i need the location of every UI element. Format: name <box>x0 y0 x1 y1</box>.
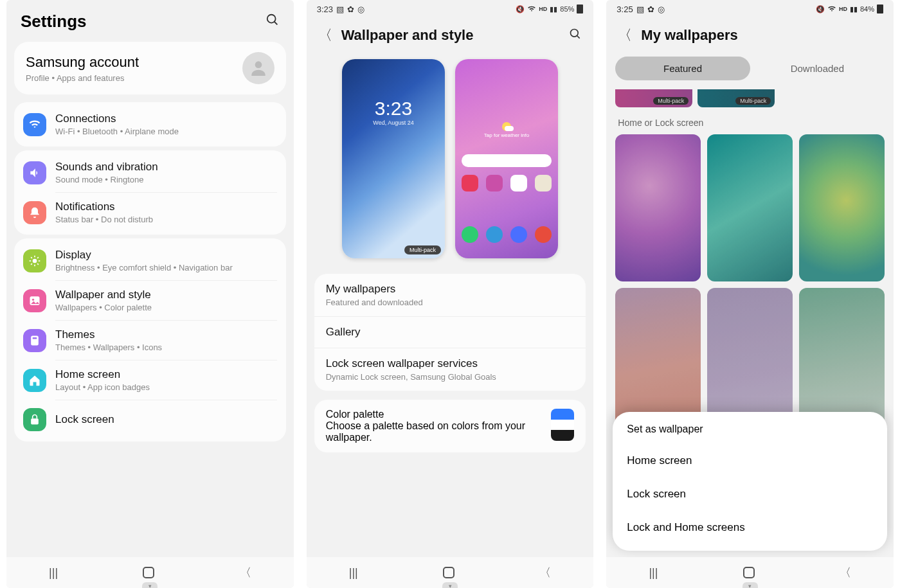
sun-icon <box>23 249 46 272</box>
expand-handle[interactable]: ▾ <box>742 582 758 588</box>
sound-icon <box>23 161 46 184</box>
list-item-my-wallpapers[interactable]: My wallpapersFeatured and downloaded <box>314 274 586 316</box>
wifi-icon <box>527 4 536 13</box>
wallpaper-thumb[interactable] <box>615 134 701 281</box>
app-icon <box>462 175 478 192</box>
back-icon[interactable]: 〈 <box>318 26 332 45</box>
wallpaper-thumb[interactable] <box>799 134 885 281</box>
home-button[interactable] <box>143 567 154 578</box>
svg-point-0 <box>267 15 275 23</box>
signal-icon: ▮▮ <box>550 5 557 13</box>
status-bar: 3:23 ▧ ✿ ◎ 🔇 HD ▮▮ 85% <box>307 0 594 18</box>
expand-handle[interactable]: ▾ <box>142 582 158 588</box>
mute-icon: 🔇 <box>516 5 525 13</box>
svg-line-8 <box>31 257 32 258</box>
my-wallpapers-screen: 3:25 ▧ ✿ ◎ 🔇 HD ▮▮ 84% 〈 My wallpapers F… <box>606 0 894 588</box>
list-item-lock-screen-wallpaper-services[interactable]: Lock screen wallpaper servicesDynamic Lo… <box>314 348 586 391</box>
settings-item-themes[interactable]: ThemesThemes • Wallpapers • Icons <box>14 321 286 360</box>
palette-chip <box>551 409 574 441</box>
home-icon <box>23 369 46 392</box>
option-lock-screen[interactable]: Lock screen <box>627 477 873 511</box>
page-title: My wallpapers <box>641 27 882 44</box>
option-lock-and-home[interactable]: Lock and Home screens <box>627 511 873 544</box>
home-button[interactable] <box>443 567 455 578</box>
svg-line-9 <box>37 263 39 265</box>
location-icon: ◎ <box>658 4 665 14</box>
weather-text: Tap for weather info <box>484 132 529 138</box>
svg-rect-15 <box>33 337 37 339</box>
sheet-title: Set as wallpaper <box>627 423 873 435</box>
signal-icon: ▮▮ <box>850 5 858 13</box>
settings-item-wallpaper-and-style[interactable]: Wallpaper and styleWallpapers • Color pa… <box>14 281 286 320</box>
status-time: 3:25 <box>616 4 633 14</box>
battery-icon <box>577 4 583 13</box>
wallpaper-thumb[interactable] <box>707 134 793 281</box>
svg-rect-16 <box>31 418 39 424</box>
svg-point-13 <box>32 298 34 300</box>
multipack-badge: Multi-pack <box>735 97 771 105</box>
account-subtitle: Profile • Apps and features <box>26 73 139 83</box>
settings-item-connections[interactable]: ConnectionsWi-Fi • Bluetooth • Airplane … <box>14 105 286 144</box>
avatar-icon <box>242 52 274 84</box>
app-icon <box>462 226 478 243</box>
multipack-badge: Multi-pack <box>404 245 441 254</box>
back-icon[interactable]: 〈 <box>618 26 632 45</box>
app-icon <box>486 175 503 192</box>
mute-icon: 🔇 <box>816 5 825 13</box>
multipack-badge: Multi-pack <box>653 97 688 105</box>
tabs: Featured Downloaded <box>615 57 885 80</box>
app-icon <box>510 226 527 243</box>
svg-rect-14 <box>31 335 39 345</box>
wallpaper-pack-thumb[interactable]: Multi-pack <box>698 89 775 107</box>
gear-icon: ✿ <box>347 4 354 14</box>
settings-item-notifications[interactable]: NotificationsStatus bar • Do not disturb <box>14 193 286 232</box>
lockscreen-preview[interactable]: 3:23 Wed, August 24 Multi-pack <box>342 59 445 258</box>
option-home-screen[interactable]: Home screen <box>627 444 873 477</box>
hd-badge: HD <box>839 6 847 12</box>
homescreen-preview[interactable]: Tap for weather info <box>455 59 558 258</box>
recents-button[interactable]: ||| <box>649 566 658 580</box>
app-icon <box>535 226 552 243</box>
hd-badge: HD <box>539 6 547 12</box>
expand-handle[interactable]: ▾ <box>442 582 458 588</box>
lock-icon <box>23 408 46 431</box>
preview-date: Wed, August 24 <box>342 120 445 126</box>
preview-clock: 3:23 <box>342 98 445 120</box>
settings-item-display[interactable]: DisplayBrightness • Eye comfort shield •… <box>14 241 286 280</box>
recents-button[interactable]: ||| <box>49 566 58 580</box>
svg-line-1 <box>274 22 277 25</box>
search-icon[interactable] <box>569 28 582 43</box>
wifi-icon <box>23 113 46 136</box>
samsung-account-card[interactable]: Samsung account Profile • Apps and featu… <box>14 42 286 94</box>
svg-line-10 <box>37 257 39 258</box>
back-button[interactable]: 〈 <box>539 565 551 580</box>
wallpaper-style-screen: 3:23 ▧ ✿ ◎ 🔇 HD ▮▮ 85% 〈 Wallpaper and s… <box>307 0 594 588</box>
recents-button[interactable]: ||| <box>349 566 358 580</box>
palette-sub: Choose a palette based on colors from yo… <box>326 420 543 443</box>
wallpaper-pack-thumb[interactable]: Multi-pack <box>615 89 692 107</box>
list-item-gallery[interactable]: Gallery <box>314 316 586 348</box>
color-palette-item[interactable]: Color palette Choose a palette based on … <box>314 400 586 452</box>
svg-line-11 <box>31 263 32 265</box>
app-icon <box>535 175 552 192</box>
page-title: Wallpaper and style <box>341 27 561 44</box>
page-title: Settings <box>21 12 87 31</box>
svg-point-3 <box>33 258 37 263</box>
status-bar: 3:25 ▧ ✿ ◎ 🔇 HD ▮▮ 84% <box>606 0 894 18</box>
tab-downloaded[interactable]: Downloaded <box>750 57 885 80</box>
back-button[interactable]: 〈 <box>840 565 851 580</box>
wifi-icon <box>827 4 836 13</box>
search-icon[interactable] <box>266 13 280 30</box>
back-button[interactable]: 〈 <box>240 565 251 580</box>
settings-screen: Settings Samsung account Profile • Apps … <box>6 0 294 588</box>
image-icon <box>23 289 46 312</box>
location-icon: ◎ <box>357 4 364 14</box>
home-button[interactable] <box>743 567 755 578</box>
set-wallpaper-sheet: Set as wallpaper Home screen Lock screen… <box>613 412 887 551</box>
tab-featured[interactable]: Featured <box>615 57 750 80</box>
image-icon: ▧ <box>636 4 644 14</box>
settings-item-lock-screen[interactable]: Lock screen <box>14 400 286 439</box>
battery-pct: 85% <box>560 5 574 13</box>
settings-item-sounds-and-vibration[interactable]: Sounds and vibrationSound mode • Rington… <box>14 153 286 192</box>
settings-item-home-screen[interactable]: Home screenLayout • App icon badges <box>14 361 286 400</box>
